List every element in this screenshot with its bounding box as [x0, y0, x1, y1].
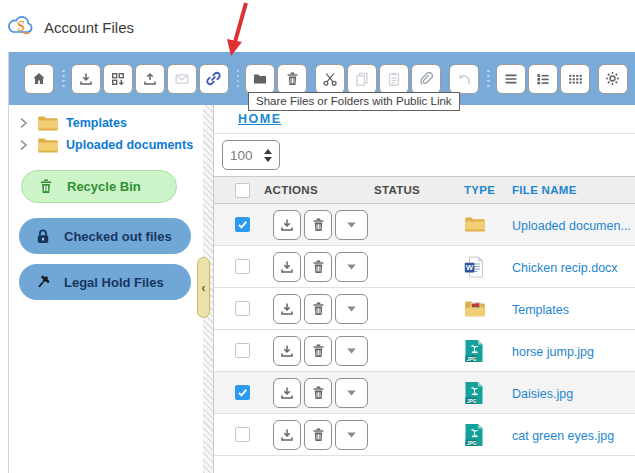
upload-icon: [142, 71, 158, 87]
file-name-link[interactable]: cat green eyes.jpg: [512, 429, 614, 443]
column-header-type[interactable]: TYPE: [464, 184, 512, 196]
splitter-collapse-handle[interactable]: ‹: [197, 257, 210, 318]
tree-item-label[interactable]: Templates: [66, 116, 127, 130]
row-more-button[interactable]: [335, 336, 368, 366]
folder-icon: [464, 216, 486, 233]
cloud-s-logo-icon: S: [5, 14, 37, 42]
row-download-button[interactable]: [273, 294, 301, 324]
grid-view-button[interactable]: [560, 64, 590, 94]
legal-hold-files-button[interactable]: Legal Hold Files: [19, 264, 191, 300]
bulk-download-button[interactable]: [103, 64, 133, 94]
row-delete-button[interactable]: [304, 336, 332, 366]
file-name-link[interactable]: horse jump.jpg: [512, 345, 594, 359]
attach-icon: [418, 71, 434, 87]
share-link-tooltip: Share Files or Folders with Public Link: [248, 92, 460, 111]
home-button[interactable]: [24, 64, 54, 94]
download-icon: [279, 301, 295, 317]
tree-expand-chevron-icon: [19, 117, 33, 129]
jpg-icon: JPG: [464, 423, 484, 447]
detail-view-icon: [535, 71, 551, 87]
folder-tree: TemplatesUploaded documents: [9, 112, 203, 156]
file-list-panel: HOME 100 ACTIONS: [213, 105, 635, 473]
new-folder-button[interactable]: [245, 64, 275, 94]
row-more-button[interactable]: [335, 252, 368, 282]
account-files-window: S Account Files TemplatesUploaded docume…: [0, 0, 635, 473]
row-checkbox[interactable]: [235, 427, 250, 442]
select-all-checkbox[interactable]: [235, 183, 250, 198]
caret-down-icon: [346, 431, 357, 439]
row-delete-button[interactable]: [304, 210, 332, 240]
svg-text:JPG: JPG: [467, 440, 477, 445]
delete-button[interactable]: [277, 64, 307, 94]
delete-icon: [285, 71, 300, 87]
row-checkbox[interactable]: [235, 217, 250, 232]
recycle-bin-button[interactable]: Recycle Bin: [21, 170, 177, 203]
sidebar-splitter[interactable]: ‹: [203, 105, 213, 473]
row-download-button[interactable]: [273, 336, 301, 366]
file-name-link[interactable]: Uploaded documen...: [512, 219, 631, 233]
tree-item-label[interactable]: Uploaded documents: [66, 138, 193, 152]
row-more-button[interactable]: [335, 378, 368, 408]
grid-view-icon: [567, 71, 583, 87]
home-icon: [31, 71, 47, 87]
spinner-down-button[interactable]: [264, 157, 272, 162]
undo-button: [449, 64, 479, 94]
breadcrumb-home-link[interactable]: HOME: [238, 112, 282, 126]
row-checkbox[interactable]: [235, 259, 250, 274]
share-link-button[interactable]: [199, 64, 229, 94]
file-row: JPGhorse jump.jpg: [214, 330, 635, 372]
attach-button[interactable]: [411, 64, 441, 94]
file-row: Uploaded documen...: [214, 204, 635, 246]
spinner-up-button[interactable]: [264, 149, 272, 154]
row-checkbox[interactable]: [235, 385, 250, 400]
row-delete-button[interactable]: [304, 420, 332, 450]
caret-down-icon: [346, 389, 357, 397]
detail-view-button[interactable]: [528, 64, 558, 94]
cut-icon: [322, 71, 338, 87]
email-icon: [174, 71, 190, 87]
new-folder-icon: [252, 71, 268, 87]
folder-images-icon: [464, 300, 486, 318]
pagesize-bar: 100: [214, 134, 635, 177]
row-checkbox[interactable]: [235, 301, 250, 316]
row-delete-button[interactable]: [304, 378, 332, 408]
delete-icon: [311, 259, 326, 275]
row-delete-button[interactable]: [304, 294, 332, 324]
row-more-button[interactable]: [335, 294, 368, 324]
row-download-button[interactable]: [273, 210, 301, 240]
copy-button: [347, 64, 377, 94]
row-delete-button[interactable]: [304, 252, 332, 282]
row-checkbox[interactable]: [235, 343, 250, 358]
list-view-button[interactable]: [496, 64, 526, 94]
svg-text:JPG: JPG: [467, 398, 477, 403]
upload-button[interactable]: [135, 64, 165, 94]
row-more-button[interactable]: [335, 420, 368, 450]
page-size-value: 100: [230, 148, 253, 163]
row-download-button[interactable]: [273, 420, 301, 450]
caret-down-icon: [346, 221, 357, 229]
caret-down-icon: [346, 347, 357, 355]
column-header-actions: ACTIONS: [264, 184, 374, 196]
settings-button[interactable]: [598, 64, 628, 94]
checked-out-files-button[interactable]: Checked out files: [19, 218, 191, 254]
row-download-button[interactable]: [273, 252, 301, 282]
tree-item-templates[interactable]: Templates: [9, 112, 203, 134]
file-name-link[interactable]: Chicken recip.docx: [512, 261, 618, 275]
file-name-link[interactable]: Templates: [512, 303, 569, 317]
row-more-button[interactable]: [335, 210, 368, 240]
content-frame: TemplatesUploaded documents Recycle BinC…: [8, 52, 635, 473]
file-row: JPGDaisies.jpg: [214, 372, 635, 414]
file-name-link[interactable]: Daisies.jpg: [512, 387, 573, 401]
list-view-icon: [503, 71, 519, 87]
download-icon: [279, 385, 295, 401]
tree-item-uploaded-documents[interactable]: Uploaded documents: [9, 134, 203, 156]
sidebar: TemplatesUploaded documents Recycle BinC…: [9, 105, 203, 473]
delete-icon: [311, 343, 326, 359]
toolbar-separator-dots: [62, 70, 65, 88]
svg-text:S: S: [17, 19, 25, 34]
column-header-file-name[interactable]: FILE NAME: [512, 184, 635, 196]
download-button[interactable]: [71, 64, 101, 94]
cut-button[interactable]: [315, 64, 345, 94]
row-download-button[interactable]: [273, 378, 301, 408]
page-size-spinner[interactable]: 100: [222, 140, 280, 170]
